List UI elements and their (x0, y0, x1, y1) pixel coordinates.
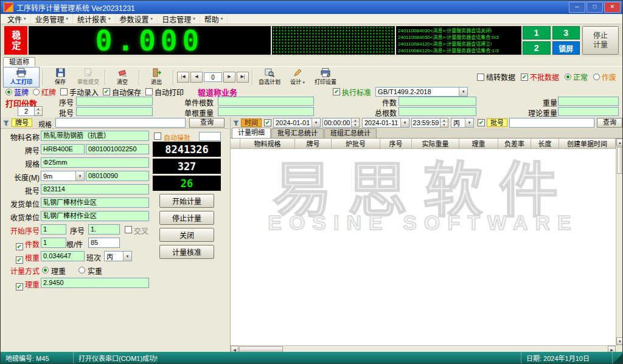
pieces-form-input[interactable]: 1 (41, 238, 66, 248)
brand-input[interactable]: HRB400E (41, 144, 85, 154)
col-seq[interactable]: 序号 (380, 139, 412, 149)
submit-approval-button[interactable]: 审批提交 (75, 67, 102, 88)
time-filter-checkbox[interactable]: ✔ (264, 119, 271, 126)
total-roots-input[interactable] (399, 107, 476, 116)
time-to-stepper[interactable]: 23:59:59▲▼ (411, 118, 448, 128)
spin-down-icon[interactable]: ▼ (35, 111, 42, 115)
theory-weight-input[interactable] (558, 107, 619, 116)
scroll-up-icon[interactable]: ▲ (616, 139, 623, 146)
batch-filter-checkbox[interactable]: ✔ (478, 119, 485, 126)
clear-button[interactable]: 清空 (109, 67, 136, 88)
lot-input[interactable]: 823114 (41, 184, 149, 194)
void-radio[interactable] (593, 74, 600, 80)
record-position-box[interactable]: 0 (204, 72, 222, 82)
seq-input[interactable] (76, 97, 153, 106)
brand-code-input[interactable]: 0801001002250 (86, 144, 149, 154)
auto-batch-checkbox[interactable] (154, 132, 161, 140)
normal-radio[interactable] (565, 74, 571, 80)
root-weight-checkbox[interactable]: ✔ (16, 256, 23, 264)
save-button[interactable]: 保存 (47, 67, 74, 88)
print-setup-button[interactable]: 打印设置 (312, 67, 339, 88)
col-heat-lot[interactable]: 炉批号 (332, 139, 380, 149)
scroll-down-icon[interactable]: ▼ (616, 337, 623, 345)
tab-team-summary[interactable]: 班组汇总统计 (324, 128, 377, 138)
roots-per-piece-input[interactable]: 85 (88, 238, 120, 248)
batch-filter-chip[interactable]: 批号 (487, 118, 507, 127)
minimize-button[interactable]: ─ (569, 2, 585, 13)
start-seq-input[interactable]: 1 (41, 224, 66, 235)
blue-tag-radio[interactable] (5, 89, 12, 95)
maximize-button[interactable]: □ (586, 2, 603, 13)
method-actual-radio[interactable] (78, 267, 85, 273)
method-theory-radio[interactable] (42, 267, 49, 273)
verify-weighing-button[interactable]: 计量核准 (159, 245, 214, 259)
spec-input[interactable]: Φ25mm (41, 157, 149, 168)
per-root-weight-input[interactable] (218, 107, 314, 116)
seq2-input[interactable]: 1. (88, 224, 120, 235)
col-theory-weight[interactable]: 理重 (459, 139, 498, 149)
exit-button[interactable]: 退出 (143, 67, 170, 88)
start-weighing-button[interactable]: 开始计量 (159, 194, 214, 208)
tab-weighing-detail[interactable]: 计量明细 (232, 128, 271, 138)
auto-batch-input[interactable] (199, 132, 221, 141)
per-piece-count-input[interactable] (218, 97, 314, 106)
cross-checkbox[interactable] (125, 226, 132, 233)
batch-input[interactable] (76, 107, 153, 116)
col-material-spec[interactable]: 物料规格 (240, 139, 295, 149)
nav-prev-button[interactable]: ◀ (190, 72, 203, 83)
right-search-button[interactable]: 查询 (597, 118, 622, 128)
spin-up-icon[interactable]: ▲ (35, 107, 42, 111)
theory-checkbox[interactable]: ✔ (16, 283, 23, 290)
nav-last-button[interactable]: ▶| (237, 72, 249, 83)
standard-checkbox[interactable]: ✔ (333, 88, 340, 95)
spin-down-icon[interactable]: ▼ (440, 123, 448, 127)
stop-weighing-button[interactable]: 停止计量 (159, 211, 214, 225)
date-to-picker[interactable]: 2024-01-11▼ (362, 118, 409, 128)
resize-grip[interactable] (613, 352, 622, 363)
tab-batch-summary[interactable]: 批号汇总统计 (271, 128, 324, 138)
col-length[interactable]: 长度 (531, 139, 559, 149)
close-panel-button[interactable]: 关闭 (159, 228, 214, 242)
menu-item-file[interactable]: 文件▾ (3, 14, 31, 24)
col-create-time[interactable]: 创建单据时间 (559, 139, 616, 149)
spin-up-icon[interactable]: ▲ (440, 118, 448, 123)
auto-print-checkbox[interactable] (145, 88, 153, 95)
stop-weighing-big-button[interactable]: 停止计量 (582, 26, 619, 55)
menu-item-logs[interactable]: 日志管理▾ (158, 14, 200, 24)
length-select[interactable]: 9m▼ (41, 171, 85, 181)
menu-item-reports[interactable]: 统计报表▾ (73, 14, 116, 24)
menu-item-business[interactable]: 业务管理▾ (31, 14, 74, 24)
vertical-scrollbar[interactable]: ▲ ▼ (616, 139, 623, 345)
nav-first-button[interactable]: |◀ (177, 72, 189, 83)
pieces-input[interactable] (399, 97, 476, 106)
weight-input[interactable] (558, 97, 619, 106)
manual-entry-checkbox[interactable] (60, 88, 68, 95)
col-neg-tolerance[interactable]: 负差率 (498, 139, 531, 149)
left-search-button[interactable]: 查询 (189, 118, 224, 128)
design-button[interactable]: 设计 ▾ (284, 67, 311, 88)
material-name-input[interactable]: 热轧带肋钢筋（抗震） (41, 131, 149, 141)
red-tag-radio[interactable] (33, 89, 40, 95)
time-filter-chip[interactable]: 时间 (241, 118, 262, 127)
col-brand[interactable]: 牌号 (295, 139, 332, 149)
no-batch-checkbox[interactable]: ✔ (521, 74, 528, 81)
nav-next-button[interactable]: ▶ (223, 72, 235, 83)
shift-filter-select[interactable]: 丙▼ (451, 118, 474, 128)
auto-save-checkbox[interactable]: ✔ (103, 88, 110, 95)
brand-filter-chip[interactable]: 牌号 (12, 118, 32, 127)
pieces-checkbox[interactable]: ✔ (16, 243, 23, 250)
spec-filter-input[interactable] (55, 118, 186, 128)
col-actual-weight[interactable]: 实际重量 (412, 139, 459, 149)
batch-filter-input[interactable] (509, 118, 594, 128)
sender-input[interactable]: 轧钢厂棒材作业区 (41, 197, 149, 208)
shift-select[interactable]: 丙▼ (104, 251, 132, 261)
standard-select[interactable]: GB/T1499.2-2018▼ (375, 87, 468, 97)
lock-screen-button[interactable]: 锁屏 (552, 41, 580, 55)
close-button[interactable]: ✕ (604, 2, 621, 13)
manual-print-button[interactable]: 人工打印 (3, 67, 40, 88)
receiver-input[interactable]: 轧钢厂棒材作业区 (41, 211, 149, 221)
scroll-thumb[interactable] (617, 147, 623, 174)
time-from-stepper[interactable]: 00:00:00▲▼ (322, 118, 360, 128)
spin-up-icon[interactable]: ▲ (352, 118, 359, 123)
date-from-picker[interactable]: 2024-01-01▼ (273, 118, 321, 128)
